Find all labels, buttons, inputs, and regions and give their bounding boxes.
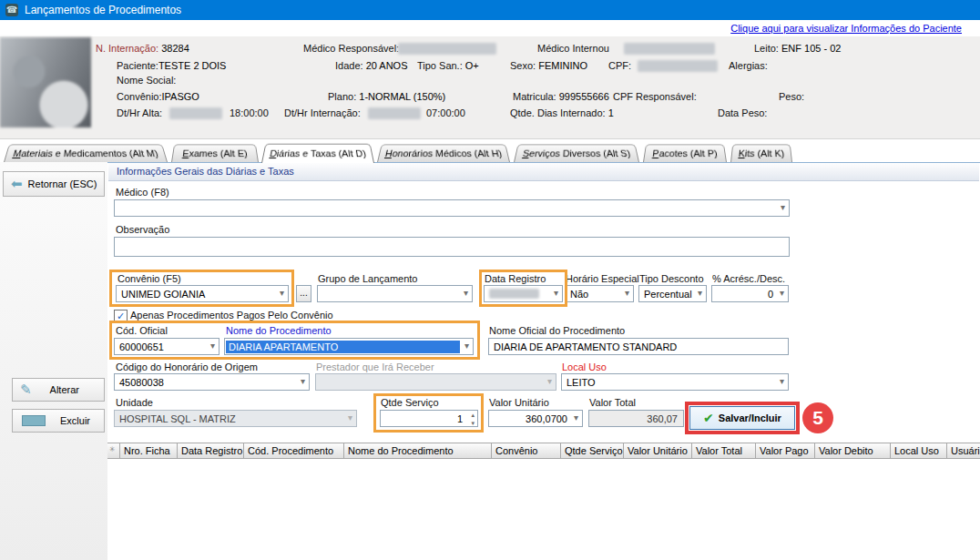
nome-procedimento-label: Nome do Procedimento	[226, 325, 332, 336]
data-registro-label: Data Registro	[485, 273, 546, 284]
cod-honorario-label: Código do Honorário de Origem	[116, 361, 258, 372]
section-title: Informações Gerais das Diárias e Taxas	[117, 166, 294, 177]
unidade-label: Unidade	[116, 397, 153, 408]
salvar-incluir-button[interactable]: ✔ Salvar/Incluir	[689, 406, 795, 430]
nome-oficial-label: Nome Oficial do Procedimento	[489, 325, 625, 336]
local-uso-label: Local Uso	[562, 361, 607, 372]
redacted-medico-internou	[624, 43, 715, 55]
tab-exames[interactable]: Exames (Alt E)	[171, 144, 259, 162]
pencil-icon: ✎	[20, 382, 32, 398]
redacted-dthr-alta-date	[169, 107, 222, 119]
app-icon: ☎	[5, 4, 18, 16]
section-header: Informações Gerais das Diárias e Taxas	[108, 163, 979, 181]
paciente: Paciente:TESTE 2 DOIS	[117, 60, 226, 71]
data-registro-combobox[interactable]	[484, 285, 563, 302]
col-nome-procedimento[interactable]: Nome do Procedimento	[344, 443, 492, 458]
observacao-input[interactable]	[114, 237, 790, 257]
n-internacao: N. Internação: 38284	[96, 43, 189, 54]
plano: Plano: 1-NORMAL (150%)	[328, 91, 445, 102]
data-peso-label: Data Peso:	[718, 107, 767, 118]
col-local-uso[interactable]: Local Uso	[891, 443, 947, 458]
procedure-entry-window: ☎ Lançamentos de Procedimentos Clique aq…	[0, 0, 980, 560]
valor-unitario-combobox[interactable]: 360,0700	[488, 410, 583, 427]
matricula: Matricula: 999555666	[513, 91, 609, 102]
local-uso-combobox[interactable]: LEITO	[561, 373, 789, 391]
col-valor-debito[interactable]: Valor Debito	[815, 443, 891, 458]
tab-kits[interactable]: Kits (Alt K)	[730, 144, 792, 162]
col-nro-ficha[interactable]: Nro. Ficha	[120, 443, 178, 458]
qtde-servico-spinner[interactable]: 1	[380, 410, 478, 427]
prestador-combobox	[315, 373, 556, 391]
col-convenio[interactable]: Convênio	[492, 443, 561, 458]
alterar-button[interactable]: ✎ Alterar	[12, 378, 105, 402]
redacted-cpf	[638, 60, 718, 72]
grid-select-all-cell[interactable]: ✳	[107, 443, 120, 458]
dthr-internacao-time: 07:00:00	[426, 107, 465, 118]
left-sidebar: ⬅ Retornar (ESC) ✎ Alterar Excluir	[0, 162, 108, 560]
tipo-desconto-combobox[interactable]: Percentual	[638, 285, 707, 302]
retornar-button[interactable]: ⬅ Retornar (ESC)	[3, 171, 105, 197]
step-5-badge: 5	[802, 402, 833, 433]
alterar-label: Alterar	[50, 384, 79, 395]
excluir-button[interactable]: Excluir	[12, 409, 105, 433]
leito: Leito: ENF 105 - 02	[754, 43, 841, 54]
peso-label: Peso:	[779, 91, 804, 102]
retornar-label: Retornar (ESC)	[28, 178, 97, 189]
patient-header: N. Internação: 38284 Médico Responsável:…	[0, 36, 980, 139]
cpf-label: CPF:	[608, 60, 631, 71]
cod-honorario-combobox[interactable]: 45080038	[114, 373, 310, 391]
qtde-dias-internado: Qtde. Dias Internado: 1	[510, 107, 614, 118]
tab-servicos-diversos[interactable]: Serviços Diversos (Alt S)	[514, 144, 639, 162]
unidade-combobox: HOSPITAL SQL - MATRIZ	[114, 410, 357, 427]
acresc-desc-combobox[interactable]: 0	[711, 285, 789, 302]
prestador-label: Prestador que Irá Receber	[316, 361, 434, 372]
nome-oficial-input[interactable]: DIARIA DE APARTAMENTO STANDARD	[488, 338, 789, 355]
tipo-sanguineo: Tipo San.: O+	[417, 60, 479, 71]
col-usuario[interactable]: Usuário	[947, 443, 980, 458]
salvar-incluir-label: Salvar/Incluir	[719, 412, 781, 423]
tipo-desconto-label: Tipo Desconto	[639, 273, 704, 284]
apenas-pagos-label: Apenas Procedimentos Pagos Pelo Convênio	[130, 310, 333, 321]
dthr-internacao-label: Dt/Hr Internação:	[284, 107, 361, 118]
cod-oficial-label: Cód. Oficial	[116, 325, 168, 336]
cod-oficial-combobox[interactable]: 60000651	[114, 338, 219, 355]
eraser-icon	[22, 415, 46, 426]
browse-convenio-button[interactable]: ...	[296, 285, 311, 302]
grid-body[interactable]	[107, 459, 980, 560]
nome-social-label: Nome Social:	[117, 75, 176, 86]
tab-pacotes[interactable]: Pacotes (Alt P)	[643, 144, 727, 162]
dthr-alta-label: Dt/Hr Alta:	[117, 107, 162, 118]
medico-f8-label: Médico (F8)	[116, 187, 169, 198]
dthr-alta-time: 18:00:00	[230, 107, 269, 118]
sexo: Sexo: FEMININO	[510, 60, 587, 71]
redacted-dthr-internacao-date	[368, 107, 421, 119]
medico-combobox[interactable]	[114, 199, 790, 217]
tab-honorarios-medicos[interactable]: Honorários Médicos (Alt H)	[377, 144, 510, 162]
col-qtde-servico[interactable]: Qtde Serviço	[561, 443, 624, 458]
col-valor-pago[interactable]: Valor Pago	[756, 443, 815, 458]
title-bar: ☎ Lançamentos de Procedimentos	[0, 0, 980, 20]
horario-especial-label: Horário Especial	[566, 273, 639, 284]
nome-procedimento-combobox[interactable]: DIARIA APARTAMENTO	[224, 338, 474, 355]
medico-responsavel-label: Médico Responsável:	[303, 43, 399, 54]
col-valor-total[interactable]: Valor Total	[692, 443, 756, 458]
idade: Idade: 20 ANOS	[335, 60, 408, 71]
patient-info-link[interactable]: Clique aqui para visualizar Informações …	[730, 23, 962, 34]
valor-unitario-label: Valor Unitário	[489, 397, 549, 408]
col-cod-procedimento[interactable]: Cód. Procedimento	[244, 443, 344, 458]
green-check-icon: ✔	[703, 411, 714, 425]
convenio-combobox[interactable]: UNIMED GOIANIA	[116, 285, 289, 302]
valor-total-field: 360,07	[588, 410, 684, 427]
tab-materiais-medicamentos[interactable]: Materiais e Medicamentos (Alt M)	[4, 144, 168, 162]
tab-diarias-taxas[interactable]: Diárias e Taxas (Alt D)	[261, 144, 374, 163]
col-data-registro[interactable]: Data Registro	[178, 443, 244, 458]
back-arrow-icon: ⬅	[11, 176, 23, 192]
qtde-servico-label: Qtde Serviço	[381, 397, 439, 408]
col-valor-unitario[interactable]: Valor Unitário	[624, 443, 692, 458]
grupo-lancamento-combobox[interactable]	[317, 285, 473, 302]
patient-photo	[0, 37, 91, 127]
apenas-pagos-checkbox[interactable]: ✓	[114, 310, 128, 323]
horario-especial-combobox[interactable]: Não	[565, 285, 634, 302]
convenio-f5-label: Convênio (F5)	[117, 273, 181, 284]
link-row: Clique aqui para visualizar Informações …	[0, 20, 980, 37]
